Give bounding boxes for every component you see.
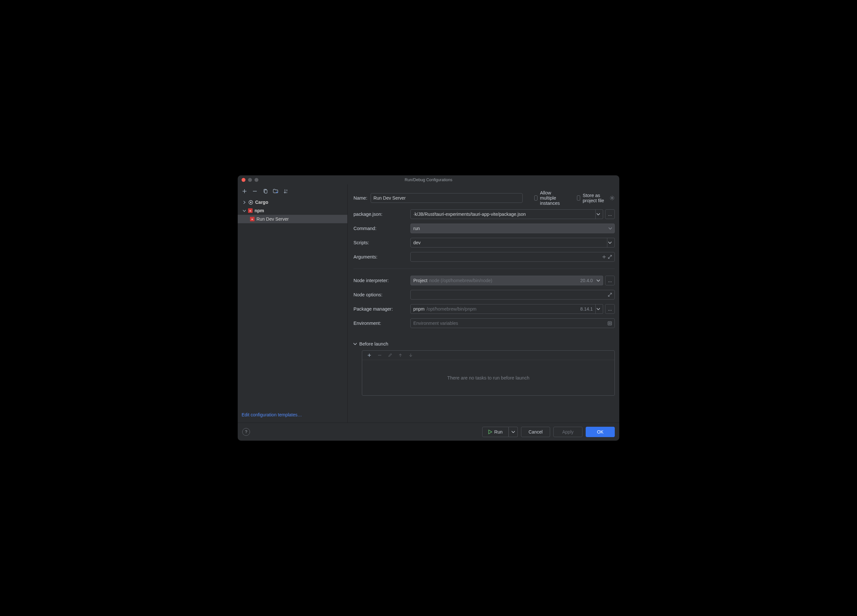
configurations-tree: Cargo n npm n Run Dev Server: [238, 197, 347, 409]
list-icon[interactable]: [608, 321, 612, 325]
help-button[interactable]: ?: [242, 428, 250, 436]
browse-package-manager-button[interactable]: …: [605, 304, 615, 314]
gear-icon[interactable]: [609, 195, 615, 201]
package-json-dropdown[interactable]: [594, 209, 603, 219]
svg-text:a: a: [286, 189, 288, 191]
node-interpreter-dropdown[interactable]: [594, 275, 603, 285]
tree-node-run-dev-server[interactable]: n Run Dev Server: [238, 215, 347, 223]
edit-templates-link[interactable]: Edit configuration templates…: [241, 412, 302, 417]
package-manager-label: Package manager:: [353, 306, 407, 311]
tree-node-cargo[interactable]: Cargo: [238, 198, 347, 206]
add-configuration-button[interactable]: [241, 188, 248, 194]
run-button[interactable]: Run: [482, 427, 509, 437]
move-up-button: [398, 353, 403, 358]
save-to-folder-button[interactable]: [272, 188, 278, 194]
package-manager-field[interactable]: pnpm /opt/homebrew/bin/pnpm 8.14.1: [410, 304, 596, 314]
window-title: Run/Debug Configurations: [238, 178, 619, 182]
sort-button[interactable]: az: [283, 188, 289, 194]
node-options-input[interactable]: [410, 290, 615, 300]
dialog-footer: ? Run Cancel Apply OK: [238, 423, 619, 441]
allow-multiple-checkbox[interactable]: Allow multiple instances: [534, 190, 567, 206]
arguments-input[interactable]: [410, 252, 615, 262]
expand-icon[interactable]: [608, 293, 612, 297]
cargo-icon: [248, 200, 253, 205]
titlebar: Run/Debug Configurations: [238, 175, 619, 184]
name-label: Name:: [353, 195, 367, 201]
run-dropdown[interactable]: [509, 427, 518, 437]
npm-icon: n: [250, 217, 255, 221]
svg-rect-1: [265, 190, 267, 193]
node-interpreter-field[interactable]: Project node (/opt/homebrew/bin/node) 20…: [410, 275, 596, 285]
npm-icon: n: [248, 208, 252, 213]
package-json-label: package.json:: [353, 212, 407, 217]
play-icon: [488, 430, 492, 434]
svg-point-5: [250, 201, 251, 203]
name-input[interactable]: [371, 193, 523, 203]
browse-node-interpreter-button[interactable]: …: [605, 275, 615, 285]
checkbox-icon: [577, 195, 580, 201]
remove-task-button: [377, 353, 382, 358]
svg-text:z: z: [286, 191, 288, 193]
ok-button[interactable]: OK: [586, 427, 615, 437]
copy-configuration-button[interactable]: [262, 188, 268, 194]
command-dropdown[interactable]: run: [410, 224, 615, 233]
store-as-project-checkbox[interactable]: Store as project file: [577, 193, 605, 203]
checkbox-icon: [534, 195, 537, 201]
chevron-right-icon: [242, 201, 246, 204]
environment-label: Environment:: [353, 320, 407, 326]
cancel-button[interactable]: Cancel: [521, 427, 550, 437]
configurations-sidebar: az Cargo n npm: [238, 184, 348, 423]
tree-node-npm[interactable]: n npm: [238, 206, 347, 215]
expand-icon[interactable]: [608, 255, 612, 259]
before-launch-section-toggle[interactable]: Before launch: [353, 340, 615, 348]
add-task-button[interactable]: [367, 353, 372, 358]
tree-node-label: npm: [255, 208, 264, 213]
configuration-form: Name: Allow multiple instances Store as …: [348, 184, 619, 423]
insert-macro-icon[interactable]: [602, 255, 606, 259]
tree-node-label: Run Dev Server: [257, 217, 289, 221]
run-split-button: Run: [482, 427, 518, 437]
node-interpreter-label: Node interpreter:: [353, 278, 407, 283]
arguments-label: Arguments:: [353, 254, 407, 260]
svg-point-6: [611, 197, 613, 199]
before-launch-empty-text: There are no tasks to run before launch: [362, 360, 614, 395]
before-launch-box: There are no tasks to run before launch: [362, 350, 615, 396]
package-json-field[interactable]: ·k/JB/Rust/tauri-experiments/tauri-app-v…: [410, 209, 596, 219]
command-label: Command:: [353, 226, 407, 231]
sidebar-toolbar: az: [238, 186, 347, 197]
package-manager-dropdown[interactable]: [594, 304, 603, 314]
remove-configuration-button[interactable]: [252, 188, 258, 194]
node-options-label: Node options:: [353, 292, 407, 297]
scripts-field[interactable]: dev: [410, 238, 607, 248]
scripts-label: Scripts:: [353, 240, 407, 245]
before-launch-toolbar: [362, 351, 614, 360]
apply-button: Apply: [553, 427, 582, 437]
tree-node-label: Cargo: [255, 200, 268, 205]
move-down-button: [408, 353, 413, 358]
run-debug-configurations-dialog: Run/Debug Configurations az: [238, 175, 619, 441]
browse-package-json-button[interactable]: …: [605, 209, 615, 219]
chevron-down-icon: [242, 209, 246, 212]
edit-task-button: [387, 353, 393, 358]
scripts-dropdown[interactable]: [605, 238, 615, 248]
environment-input[interactable]: Environment variables: [410, 318, 615, 328]
